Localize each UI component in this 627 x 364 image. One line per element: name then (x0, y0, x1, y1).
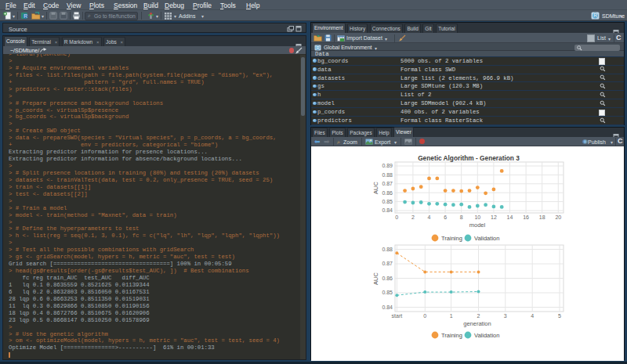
svg-text:0.87: 0.87 (382, 181, 393, 186)
svg-text:20: 20 (555, 214, 561, 220)
svg-text:12: 12 (491, 214, 497, 220)
svg-text:8: 8 (460, 214, 463, 220)
svg-text:0.88: 0.88 (382, 172, 393, 178)
svg-text:0.84: 0.84 (382, 207, 393, 213)
svg-text:0.85: 0.85 (382, 199, 393, 204)
svg-text:0: 0 (423, 313, 426, 319)
svg-text:R: R (593, 13, 597, 18)
svg-text:18: 18 (539, 214, 545, 220)
svg-text:0.87: 0.87 (382, 261, 393, 266)
svg-text:0.85: 0.85 (382, 290, 393, 295)
svg-text:Training: Training (441, 235, 462, 242)
svg-text:0.88: 0.88 (382, 247, 393, 252)
svg-text:model: model (469, 222, 486, 229)
svg-text:16: 16 (523, 214, 529, 220)
svg-text:3: 3 (504, 313, 507, 319)
svg-text:0.86: 0.86 (382, 276, 393, 281)
svg-text:6: 6 (444, 214, 447, 220)
svg-text:2: 2 (477, 313, 480, 319)
svg-text:R: R (317, 45, 320, 50)
svg-text:4: 4 (428, 214, 431, 220)
svg-text:0.89: 0.89 (382, 163, 393, 168)
svg-text:start: start (392, 313, 403, 319)
svg-text:14: 14 (507, 214, 513, 220)
svg-text:0.84: 0.84 (382, 305, 393, 310)
svg-text:generation: generation (463, 320, 491, 327)
svg-text:R: R (24, 13, 27, 19)
svg-text:Training: Training (441, 332, 462, 339)
svg-text:1: 1 (450, 313, 453, 319)
svg-text:5: 5 (558, 313, 561, 319)
svg-text:Genetic Algorithm - Generation: Genetic Algorithm - Generation 3 (418, 154, 520, 162)
svg-text:0.86: 0.86 (382, 190, 393, 196)
svg-text:4: 4 (531, 313, 534, 319)
svg-text:AUC: AUC (372, 272, 379, 285)
svg-text:2: 2 (411, 214, 415, 220)
svg-text:AUC: AUC (372, 182, 379, 194)
svg-text:Validation: Validation (474, 235, 499, 242)
svg-text:10: 10 (474, 214, 480, 220)
svg-text:Validation: Validation (474, 332, 499, 339)
svg-text:0: 0 (395, 214, 398, 220)
